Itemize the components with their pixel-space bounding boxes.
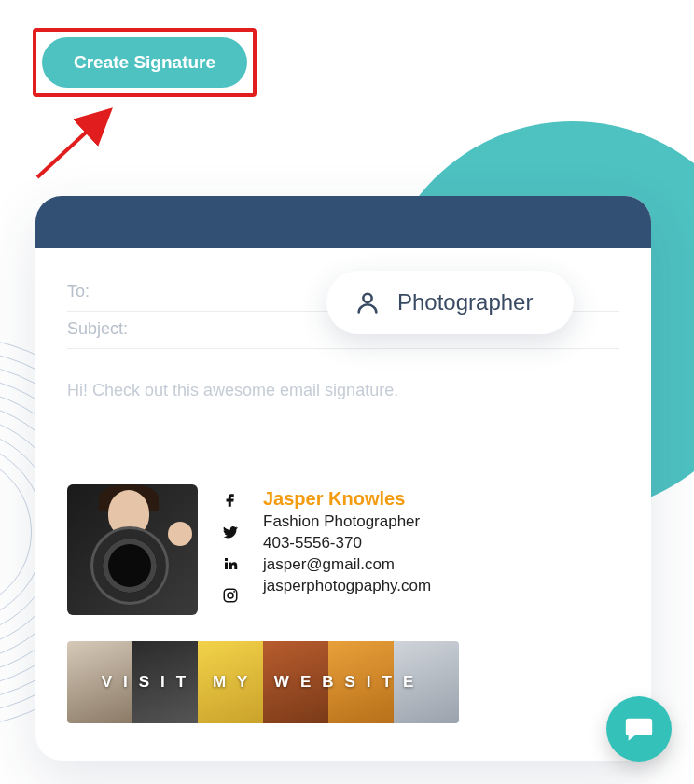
signature-email: jasper@gmail.com: [263, 555, 431, 574]
to-label: To:: [67, 282, 90, 301]
linkedin-icon[interactable]: [222, 555, 239, 572]
signature-banner[interactable]: VISIT MY WEBSITE: [67, 641, 459, 723]
card-header-bar: [35, 196, 651, 248]
instagram-icon[interactable]: [222, 587, 239, 604]
category-pill: Photographer: [326, 271, 574, 334]
email-body-text: Hi! Check out this awesome email signatu…: [67, 381, 619, 400]
annotation-arrow-icon: [28, 103, 131, 187]
social-icons-column: [222, 484, 239, 604]
chat-icon: [623, 713, 655, 745]
subject-label: Subject:: [67, 319, 128, 339]
signature-info: Jasper Knowles Fashion Photographer 403-…: [263, 484, 431, 595]
create-signature-button[interactable]: Create Signature: [42, 37, 247, 88]
signature-website: jasperphotogpaphy.com: [263, 577, 431, 595]
annotation-highlight: Create Signature: [33, 28, 257, 97]
signature-name: Jasper Knowles: [263, 488, 431, 510]
facebook-icon[interactable]: [222, 492, 239, 509]
signature-block: Jasper Knowles Fashion Photographer 403-…: [67, 484, 619, 723]
category-pill-label: Photographer: [397, 289, 533, 315]
svg-point-4: [363, 294, 371, 302]
signature-phone: 403-5556-370: [263, 534, 431, 553]
twitter-icon[interactable]: [222, 524, 239, 540]
signature-title: Fashion Photographer: [263, 512, 431, 531]
svg-line-0: [37, 110, 110, 177]
svg-point-3: [233, 591, 235, 593]
person-icon: [354, 289, 381, 315]
banner-text: VISIT MY WEBSITE: [67, 641, 459, 723]
svg-point-2: [228, 593, 233, 598]
avatar: [67, 484, 198, 615]
chat-button[interactable]: [606, 696, 672, 762]
